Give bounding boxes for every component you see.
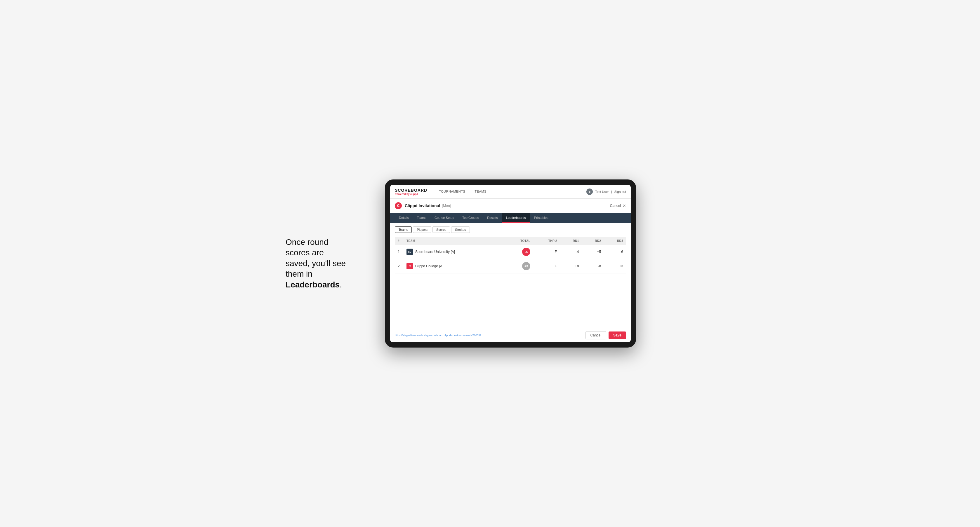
nav-right: B Test User | Sign out	[586, 189, 626, 195]
nav-teams[interactable]: TEAMS	[470, 185, 491, 198]
cancel-button[interactable]: Cancel	[585, 331, 606, 340]
tab-details[interactable]: Details	[395, 213, 413, 223]
tab-course-setup[interactable]: Course Setup	[430, 213, 458, 223]
team-cell-2: C Clippd College [A]	[406, 263, 501, 269]
row1-thru: F	[533, 245, 560, 259]
team-logo-1: SU	[406, 249, 413, 255]
footer: https://stage-blue-coach.stagescoreboard…	[390, 328, 631, 342]
col-total: TOTAL	[504, 237, 533, 245]
team-cell-1: SU Scoreboard University [A]	[406, 249, 501, 255]
col-rd3: RD3	[604, 237, 626, 245]
leaderboard-table: # TEAM TOTAL THRU RD1 RD2 RD3 1	[395, 237, 626, 273]
logo-scoreboard: SCOREBOARD	[395, 188, 427, 193]
table-row: 1 SU Scoreboard University [A] -5 F	[395, 245, 626, 259]
tab-tee-groups[interactable]: Tee Groups	[458, 213, 483, 223]
logo-area: SCOREBOARD Powered by clippd	[395, 188, 427, 195]
user-name: Test User	[595, 190, 609, 194]
table-row: 2 C Clippd College [A] +3 F	[395, 259, 626, 273]
tab-teams[interactable]: Teams	[413, 213, 430, 223]
close-icon[interactable]: ✕	[622, 203, 626, 208]
tab-results[interactable]: Results	[483, 213, 502, 223]
content-area: Teams Players Scores Strokes # TEAM TOTA…	[390, 223, 631, 328]
footer-url: https://stage-blue-coach.stagescoreboard…	[395, 334, 481, 337]
save-button[interactable]: Save	[609, 332, 626, 339]
toggle-strokes[interactable]: Strokes	[451, 227, 469, 233]
table-body: 1 SU Scoreboard University [A] -5 F	[395, 245, 626, 273]
col-rd1: RD1	[560, 237, 582, 245]
row1-team: SU Scoreboard University [A]	[404, 245, 504, 259]
nav-links: TOURNAMENTS TEAMS	[434, 185, 491, 198]
row1-rank: 1	[395, 245, 404, 259]
cancel-header-label: Cancel	[610, 204, 621, 208]
row1-rd1: -4	[560, 245, 582, 259]
cancel-header-button[interactable]: Cancel ✕	[610, 203, 626, 208]
team-logo-2: C	[406, 263, 413, 269]
toggle-players[interactable]: Players	[413, 227, 431, 233]
table-header: # TEAM TOTAL THRU RD1 RD2 RD3	[395, 237, 626, 245]
tablet-device: SCOREBOARD Powered by clippd TOURNAMENTS…	[385, 179, 636, 348]
col-rd2: RD2	[582, 237, 604, 245]
row1-rd2: +5	[582, 245, 604, 259]
tablet-screen: SCOREBOARD Powered by clippd TOURNAMENTS…	[390, 185, 631, 342]
row2-total: +3	[504, 259, 533, 273]
score-badge-1: -5	[522, 248, 530, 256]
score-badge-2: +3	[522, 262, 530, 270]
team-name-1: Scoreboard University [A]	[415, 250, 455, 254]
top-nav: SCOREBOARD Powered by clippd TOURNAMENTS…	[390, 185, 631, 199]
row2-thru: F	[533, 259, 560, 273]
tab-leaderboards[interactable]: Leaderboards	[502, 213, 530, 223]
col-thru: THRU	[533, 237, 560, 245]
sign-out-link[interactable]: Sign out	[614, 190, 626, 194]
row2-rd2: -8	[582, 259, 604, 273]
page-wrapper: Once roundscores aresaved, you'll seethe…	[286, 179, 694, 348]
row2-rd1: +8	[560, 259, 582, 273]
table-header-row: # TEAM TOTAL THRU RD1 RD2 RD3	[395, 237, 626, 245]
nav-tournaments[interactable]: TOURNAMENTS	[434, 185, 470, 198]
description-text: Once roundscores aresaved, you'll seethe…	[286, 238, 346, 289]
team-name-2: Clippd College [A]	[415, 264, 443, 268]
row2-rank: 2	[395, 259, 404, 273]
tournament-header: C Clippd Invitational (Men) Cancel ✕	[390, 199, 631, 213]
tournament-icon: C	[395, 202, 402, 209]
separator: |	[611, 190, 612, 194]
logo-powered: Powered by clippd	[395, 193, 427, 195]
tournament-title: Clippd Invitational	[405, 203, 440, 208]
tournament-subtitle: (Men)	[442, 204, 451, 208]
row1-rd3: -6	[604, 245, 626, 259]
col-team: TEAM	[404, 237, 504, 245]
row1-total: -5	[504, 245, 533, 259]
col-rank: #	[395, 237, 404, 245]
description-bold: Leaderboards	[286, 280, 340, 289]
row2-team: C Clippd College [A]	[404, 259, 504, 273]
sub-nav: Details Teams Course Setup Tee Groups Re…	[390, 213, 631, 223]
user-avatar: B	[586, 189, 593, 195]
tab-printables[interactable]: Printables	[530, 213, 552, 223]
left-description: Once roundscores aresaved, you'll seethe…	[286, 237, 368, 290]
row2-rd3: +3	[604, 259, 626, 273]
toggle-scores[interactable]: Scores	[433, 227, 450, 233]
toggle-teams[interactable]: Teams	[395, 227, 412, 233]
toggle-row: Teams Players Scores Strokes	[395, 227, 626, 233]
